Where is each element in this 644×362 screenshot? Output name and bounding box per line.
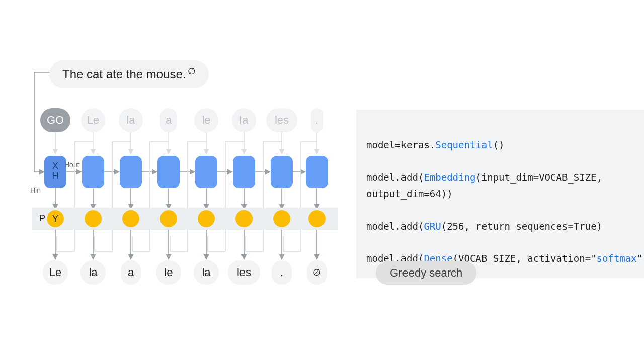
token-label: le [202,114,210,127]
input-sentence-pill: The cat ate the mouse. ∅ [49,60,209,88]
rnn-cell [157,156,180,188]
output-token-pill: Le [43,260,68,285]
token-label: GO [47,114,64,127]
rnn-cell [195,156,217,188]
token-label: la [202,266,210,279]
probability-strip [32,208,338,230]
output-eos-pill: ∅ [307,260,327,285]
rnn-cell [306,156,328,188]
output-node [160,210,177,227]
output-node [122,210,139,227]
code-line-3: model.add(GRU(256, return_sequences=True… [366,221,602,232]
input-sentence-text: The cat ate the mouse. [62,67,186,81]
token-label: a [166,114,172,127]
input-token-pill: Le [81,108,105,132]
eos-icon: ∅ [188,66,196,77]
output-token-pill: la [194,260,219,285]
y-label: Y [52,214,58,224]
input-token-pill: les [266,108,297,132]
input-token-pill: a [160,108,177,132]
token-label: la [126,114,135,127]
output-token-pill: le [156,260,181,285]
output-node [235,210,253,227]
output-token-pill: la [80,260,106,285]
rnn-cell [120,156,142,188]
p-label: P [39,213,45,224]
input-token-pill: la [119,108,143,132]
token-label: les [275,114,289,127]
rnn-cell [271,156,293,188]
output-node: Y [47,210,64,227]
decode-strategy-label: Greedy search [390,266,462,280]
hout-label: Hout [64,161,79,169]
decode-strategy-pill: Greedy search [376,261,476,285]
rnn-cell [82,156,104,188]
rnn-state-labels: XH [52,161,59,181]
eos-icon: ∅ [313,267,321,278]
code-line-1: model=keras.Sequential() [366,139,505,150]
code-block: model=keras.Sequential() model.add(Embed… [356,110,644,278]
output-token-pill: a [121,260,141,285]
token-label: . [315,114,318,127]
go-token-pill: GO [40,108,70,132]
output-node [85,210,102,227]
hin-label: Hin [30,186,41,194]
output-token-pill: . [272,260,292,285]
output-node [273,210,290,227]
token-label: le [164,266,173,279]
token-label: . [280,266,283,279]
input-token-pill: le [194,108,218,132]
input-token-pill: . [311,108,323,132]
rnn-cell [233,156,255,188]
token-label: la [239,114,248,127]
output-node [308,210,326,227]
token-label: a [128,266,134,279]
token-label: Le [49,266,61,279]
token-label: Le [87,114,99,127]
output-node [198,210,215,227]
token-label: les [237,266,251,279]
code-line-2: model.add(Embedding(input_dim=VOCAB_SIZE… [366,172,602,199]
input-token-pill: la [232,108,256,132]
rnn-cell: XH [44,156,66,188]
token-label: la [89,266,97,279]
output-token-pill: les [228,260,260,285]
